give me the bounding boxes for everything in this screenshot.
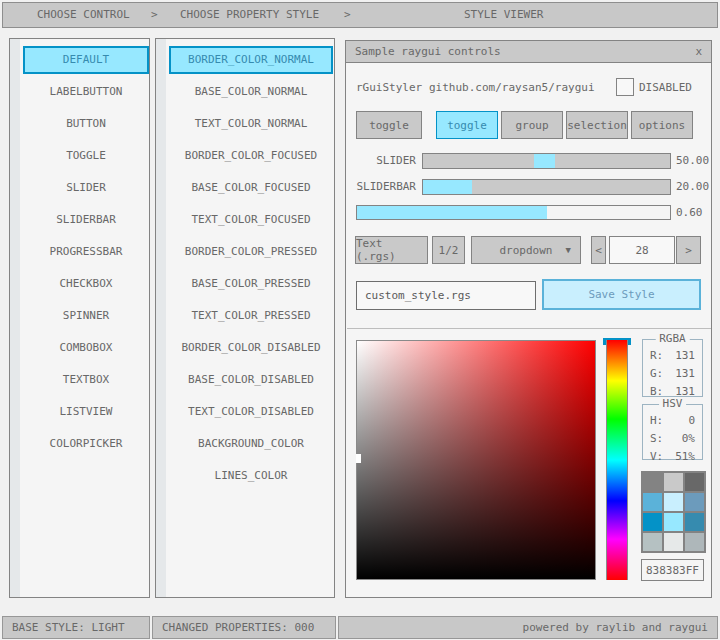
breadcrumb-choose-control: CHOOSE CONTROL xyxy=(37,3,130,27)
spinner-value-field[interactable]: 28 xyxy=(609,236,675,264)
control-list-item-button[interactable]: BUTTON xyxy=(23,110,149,138)
hsv-saturation-row: S: 0% xyxy=(643,432,702,445)
control-list-item-progressbar[interactable]: PROGRESSBAR xyxy=(23,238,149,266)
control-list-item-spinner[interactable]: SPINNER xyxy=(23,302,149,330)
swatch-border-normal[interactable] xyxy=(643,473,662,491)
rgba-green-row: G: 131 xyxy=(643,367,702,380)
toggle-group-item-toggle[interactable]: toggle xyxy=(436,111,498,139)
swatch-text-pressed[interactable] xyxy=(685,513,704,531)
property-list-item[interactable]: BORDER_COLOR_PRESSED xyxy=(169,238,333,266)
slider-thumb[interactable] xyxy=(534,154,555,168)
hue-label: H: xyxy=(650,414,663,427)
saturation-label: S: xyxy=(650,432,663,445)
progressbar-fill xyxy=(357,206,547,219)
property-list-item[interactable]: TEXT_COLOR_NORMAL xyxy=(169,110,333,138)
slider-value: 50.00 xyxy=(676,154,709,167)
color-picker-cursor[interactable] xyxy=(356,454,361,463)
property-list-scroll-strip[interactable] xyxy=(156,39,166,597)
property-list-item[interactable]: BORDER_COLOR_FOCUSED xyxy=(169,142,333,170)
toggle-button[interactable]: toggle xyxy=(356,111,422,139)
red-value: 131 xyxy=(675,349,695,362)
save-style-button[interactable]: Save Style xyxy=(542,279,701,310)
control-list-item-default[interactable]: DEFAULT xyxy=(23,46,149,74)
swatch-border-pressed[interactable] xyxy=(643,513,662,531)
control-list-item-toggle[interactable]: TOGGLE xyxy=(23,142,149,170)
property-list-item[interactable]: BASE_COLOR_NORMAL xyxy=(169,78,333,106)
spinner-increment-button[interactable]: > xyxy=(676,236,701,264)
value-value: 51% xyxy=(675,450,695,463)
disabled-checkbox-label: DISABLED xyxy=(639,81,692,94)
green-label: G: xyxy=(650,367,663,380)
repo-link[interactable]: github.com/raysan5/raygui xyxy=(429,81,595,94)
dropdown[interactable]: dropdown ▼ xyxy=(471,236,581,264)
swatch-base-pressed[interactable] xyxy=(664,513,683,531)
swatch-base-disabled[interactable] xyxy=(664,533,683,551)
spinner-decrement-button[interactable]: < xyxy=(591,236,606,264)
hsv-value-row: V: 51% xyxy=(643,450,702,463)
color-picker-panel[interactable] xyxy=(356,340,596,580)
property-list-item[interactable]: TEXT_COLOR_FOCUSED xyxy=(169,206,333,234)
property-list-panel: BORDER_COLOR_NORMAL BASE_COLOR_NORMAL TE… xyxy=(155,38,335,598)
swatch-text-normal[interactable] xyxy=(685,473,704,491)
rgba-groupbox-title: RGBA xyxy=(655,333,690,345)
sliderbar-fill xyxy=(423,180,472,194)
filename-input[interactable]: custom_style.rgs xyxy=(356,281,536,310)
close-icon[interactable]: x xyxy=(695,41,702,62)
window-titlebar: Sample raygui controls x xyxy=(346,41,711,63)
control-list-item-colorpicker[interactable]: COLORPICKER xyxy=(23,430,149,458)
hue-slider[interactable] xyxy=(606,340,628,580)
rgba-red-row: R: 131 xyxy=(643,349,702,362)
sliderbar-value: 20.00 xyxy=(676,180,709,193)
blue-label: B: xyxy=(650,385,663,398)
progressbar-value: 0.60 xyxy=(676,206,703,219)
property-list-item[interactable]: BACKGROUND_COLOR xyxy=(169,430,333,458)
control-list-item-checkbox[interactable]: CHECKBOX xyxy=(23,270,149,298)
progressbar xyxy=(356,205,671,220)
control-list-item-combobox[interactable]: COMBOBOX xyxy=(23,334,149,362)
disabled-checkbox[interactable] xyxy=(616,78,634,96)
status-base-style: BASE STYLE: LIGHT xyxy=(2,616,150,639)
style-swatch-grid xyxy=(641,471,706,553)
swatch-base-normal[interactable] xyxy=(664,473,683,491)
control-list-item-sliderbar[interactable]: SLIDERBAR xyxy=(23,206,149,234)
window-title: Sample raygui controls xyxy=(355,41,501,62)
text-rgs-button[interactable]: Text (.rgs) xyxy=(355,236,428,264)
toggle-group-item-options[interactable]: options xyxy=(631,111,693,139)
swatch-text-disabled[interactable] xyxy=(685,533,704,551)
control-list-item-listview[interactable]: LISTVIEW xyxy=(23,398,149,426)
property-list-item[interactable]: BORDER_COLOR_NORMAL xyxy=(169,46,333,74)
app-name-label: rGuiStyler xyxy=(356,81,422,94)
slider[interactable] xyxy=(422,153,671,169)
control-list-item-labelbutton[interactable]: LABELBUTTON xyxy=(23,78,149,106)
property-list-item[interactable]: BASE_COLOR_PRESSED xyxy=(169,270,333,298)
status-powered-by: powered by raylib and raygui xyxy=(338,616,718,639)
property-list-item[interactable]: BASE_COLOR_FOCUSED xyxy=(169,174,333,202)
sliderbar[interactable] xyxy=(422,179,671,195)
property-list-item[interactable]: TEXT_COLOR_DISABLED xyxy=(169,398,333,426)
half-button[interactable]: 1/2 xyxy=(432,236,465,264)
swatch-border-disabled[interactable] xyxy=(643,533,662,551)
chevron-down-icon: ▼ xyxy=(566,245,571,255)
property-list-item[interactable]: LINES_COLOR xyxy=(169,462,333,490)
property-list-item[interactable]: BORDER_COLOR_DISABLED xyxy=(169,334,333,362)
property-list-item[interactable]: TEXT_COLOR_PRESSED xyxy=(169,302,333,330)
slider-label: SLIDER xyxy=(346,154,416,167)
saturation-value: 0% xyxy=(682,432,695,445)
breadcrumb-separator-icon: > xyxy=(151,3,158,27)
toggle-group-item-group[interactable]: group xyxy=(501,111,563,139)
property-list-item[interactable]: BASE_COLOR_DISABLED xyxy=(169,366,333,394)
hue-value: 0 xyxy=(688,414,695,427)
toggle-group-item-selection[interactable]: selection xyxy=(566,111,628,139)
value-label: V: xyxy=(650,450,663,463)
green-value: 131 xyxy=(675,367,695,380)
hex-color-field[interactable]: 838383FF xyxy=(641,559,704,581)
swatch-border-focused[interactable] xyxy=(643,493,662,511)
style-viewer-window: Sample raygui controls x rGuiStyler gith… xyxy=(345,40,712,598)
control-list-item-textbox[interactable]: TEXTBOX xyxy=(23,366,149,394)
red-label: R: xyxy=(650,349,663,362)
control-list-item-slider[interactable]: SLIDER xyxy=(23,174,149,202)
control-list-scroll-strip[interactable] xyxy=(10,39,20,597)
swatch-base-focused[interactable] xyxy=(664,493,683,511)
divider xyxy=(347,328,711,329)
swatch-text-focused[interactable] xyxy=(685,493,704,511)
